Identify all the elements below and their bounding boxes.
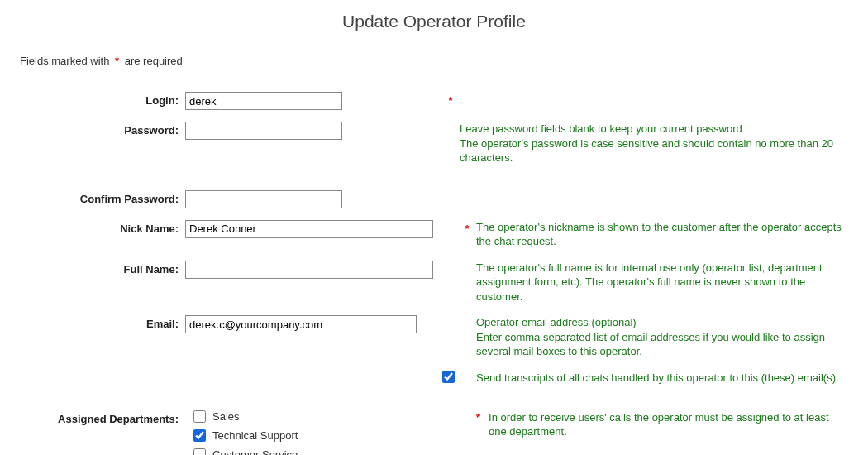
email-input[interactable]: [185, 315, 417, 333]
departments-label: Assigned Departments:: [20, 410, 185, 425]
nickname-label: Nick Name:: [20, 220, 185, 235]
required-hint-post: are required: [125, 55, 183, 67]
confirm-password-input[interactable]: [185, 190, 342, 208]
department-label-sales: Sales: [212, 410, 240, 423]
confirm-password-label: Confirm Password:: [20, 190, 185, 205]
department-item-sales: Sales: [193, 410, 298, 423]
nickname-required-icon: *: [458, 220, 476, 235]
password-help-line2: The operator's password is case sensitiv…: [460, 137, 833, 165]
email-help-line1: Operator email address (optional): [476, 316, 637, 328]
departments-help: * In order to receive users' calls the o…: [476, 410, 848, 439]
send-transcripts-checkbox[interactable]: [442, 371, 455, 383]
nickname-help: The operator's nickname is shown to the …: [476, 220, 848, 249]
department-checkbox-technical-support[interactable]: [193, 429, 206, 442]
department-label-technical-support: Technical Support: [212, 429, 298, 442]
nickname-input[interactable]: [185, 220, 433, 238]
send-transcripts-label: Send transcripts of all chats handled by…: [476, 371, 848, 386]
required-fields-hint: Fields marked with * are required: [20, 55, 848, 67]
login-input[interactable]: [185, 92, 342, 110]
password-help-line1: Leave password fields blank to keep your…: [460, 122, 742, 135]
email-help: Operator email address (optional) Enter …: [476, 315, 848, 359]
login-label: Login:: [20, 92, 185, 107]
email-help-line2: Enter comma separated list of email addr…: [476, 331, 825, 358]
asterisk-icon: *: [115, 55, 119, 67]
department-checkbox-sales[interactable]: [193, 410, 206, 423]
password-label: Password:: [20, 122, 185, 136]
password-input[interactable]: [185, 122, 342, 140]
login-required-icon: *: [441, 92, 460, 107]
departments-help-text: In order to receive users' calls the ope…: [489, 410, 843, 439]
fullname-help: The operator's full name is for internal…: [476, 261, 848, 304]
email-label: Email:: [20, 315, 185, 330]
department-label-customer-service: Customer Service: [212, 448, 298, 455]
department-checkbox-customer-service[interactable]: [193, 448, 206, 455]
departments-required-icon: *: [476, 410, 480, 439]
department-item-technical-support: Technical Support: [193, 429, 298, 442]
page-title: Update Operator Profile: [20, 12, 848, 31]
fullname-input[interactable]: [185, 261, 433, 279]
fullname-label: Full Name:: [20, 261, 185, 275]
required-hint-pre: Fields marked with: [20, 55, 109, 67]
password-help: Leave password fields blank to keep your…: [460, 122, 848, 165]
department-item-customer-service: Customer Service: [193, 448, 298, 455]
